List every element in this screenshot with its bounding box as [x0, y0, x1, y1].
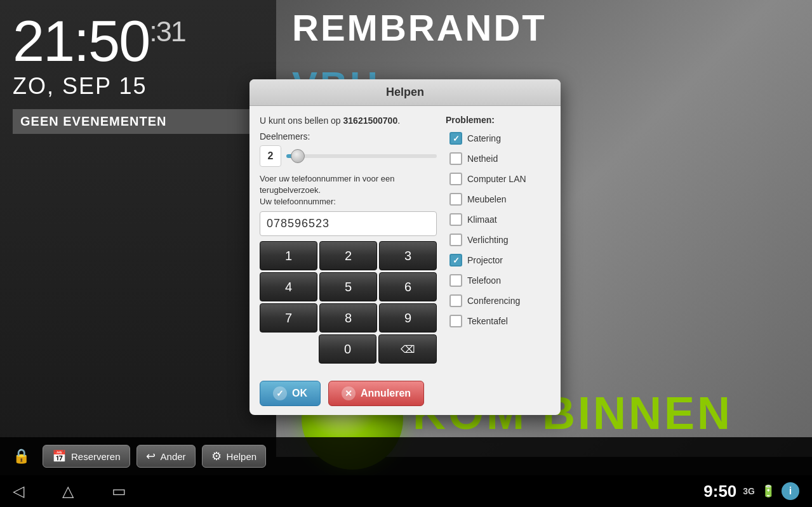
- checkbox-projector[interactable]: [449, 254, 462, 267]
- reserveren-button[interactable]: 📅 Reserveren: [43, 445, 130, 468]
- navigation-bar: ◁ △ ▭ 9:50 3G 🔋 i: [0, 475, 812, 507]
- helpen-button[interactable]: ⚙ Helpen: [202, 445, 267, 468]
- numpad-key-0[interactable]: 0: [319, 334, 377, 364]
- phone-text-suffix: .: [397, 115, 400, 126]
- room-name: REMBRANDT: [292, 6, 547, 49]
- ander-button[interactable]: ↩ Ander: [136, 445, 196, 468]
- checkbox-verlichting[interactable]: [449, 234, 462, 246]
- dialog-body: U kunt ons bellen op 31621500700. Deelne…: [250, 106, 561, 374]
- problem-telefoon-label: Telefoon: [467, 275, 501, 286]
- dialog-footer: ✓ OK ✕ Annuleren: [250, 374, 561, 415]
- problem-tekentafel[interactable]: Tekentafel: [446, 312, 550, 331]
- problem-verlichting[interactable]: Verlichting: [446, 230, 550, 249]
- nav-back-icon[interactable]: ◁: [13, 482, 24, 500]
- numpad-key-3[interactable]: 3: [379, 241, 437, 270]
- phone-label: Uw telefoonnummer:: [260, 197, 336, 206]
- numpad-key-7[interactable]: 7: [260, 303, 317, 333]
- problems-panel: Problemen: Catering Netheid Computer LAN…: [446, 115, 550, 365]
- numpad-row-2: 4 5 6: [260, 272, 437, 301]
- slider-thumb[interactable]: [291, 149, 305, 163]
- numpad-row-1: 1 2 3: [260, 241, 437, 270]
- signal-indicator: 3G: [743, 486, 755, 496]
- numpad-key-empty: [260, 334, 317, 364]
- problems-label: Problemen:: [446, 115, 550, 125]
- numpad-key-9[interactable]: 9: [379, 303, 437, 333]
- problem-telefoon[interactable]: Telefoon: [446, 271, 550, 290]
- problem-klimaat[interactable]: Klimaat: [446, 210, 550, 229]
- checkbox-netheid[interactable]: [449, 152, 462, 165]
- deelnemers-value: 2: [260, 145, 281, 167]
- checkbox-klimaat[interactable]: [449, 213, 462, 226]
- cancel-icon: ✕: [342, 386, 356, 400]
- problem-computer-lan[interactable]: Computer LAN: [446, 169, 550, 188]
- numpad-key-1[interactable]: 1: [260, 241, 317, 270]
- helpen-icon: ⚙: [211, 449, 222, 463]
- battery-indicator: 🔋: [761, 484, 775, 498]
- phone-prompt-line2: terugbelverzoek.: [260, 185, 321, 195]
- problem-netheid[interactable]: Netheid: [446, 149, 550, 168]
- checkbox-catering[interactable]: [449, 132, 462, 145]
- lock-icon: 🔒: [6, 448, 36, 464]
- reserveren-label: Reserveren: [71, 451, 121, 462]
- problem-meubelen-label: Meubelen: [467, 194, 507, 204]
- numpad-key-8[interactable]: 8: [319, 303, 377, 333]
- numpad-key-4[interactable]: 4: [260, 272, 317, 301]
- clock-area: 21:50:31 ZO, SEP 15 GEEN EVENEMENTEN: [0, 0, 276, 147]
- nav-recent-icon[interactable]: ▭: [112, 482, 126, 500]
- reserveren-icon: 📅: [52, 449, 66, 463]
- cancel-label: Annuleren: [361, 388, 411, 399]
- problem-conferencing[interactable]: Conferencing: [446, 291, 550, 310]
- deelnemers-slider-row: 2: [260, 145, 437, 167]
- clock-seconds: :31: [149, 15, 185, 48]
- phone-number: 31621500700: [343, 115, 398, 126]
- dialog-left-panel: U kunt ons bellen op 31621500700. Deelne…: [260, 115, 437, 365]
- problem-meubelen[interactable]: Meubelen: [446, 190, 550, 209]
- nav-home-icon[interactable]: △: [62, 482, 74, 500]
- problem-klimaat-label: Klimaat: [467, 214, 497, 225]
- problem-tekentafel-label: Tekentafel: [467, 316, 508, 326]
- numpad-key-5[interactable]: 5: [319, 272, 377, 301]
- problem-projector-label: Projector: [467, 255, 503, 265]
- numpad-delete-button[interactable]: ⌫: [378, 334, 437, 364]
- checkbox-telefoon[interactable]: [449, 274, 462, 287]
- problem-computer-lan-label: Computer LAN: [467, 174, 526, 184]
- checkbox-tekentafel[interactable]: [449, 315, 462, 327]
- deelnemers-slider[interactable]: [286, 154, 437, 158]
- cancel-button[interactable]: ✕ Annuleren: [328, 381, 424, 406]
- nav-right-area: 9:50 3G 🔋 i: [703, 482, 799, 501]
- problem-catering[interactable]: Catering: [446, 129, 550, 148]
- info-button[interactable]: i: [782, 482, 799, 500]
- ok-icon: ✓: [273, 386, 287, 400]
- problem-verlichting-label: Verlichting: [467, 235, 509, 245]
- numpad: 1 2 3 4 5 6 7 8 9 0 ⌫: [260, 241, 437, 364]
- phone-info: U kunt ons bellen op 31621500700.: [260, 115, 437, 128]
- ok-label: OK: [292, 388, 307, 399]
- numpad-row-3: 7 8 9: [260, 303, 437, 333]
- checkbox-computer-lan[interactable]: [449, 173, 462, 185]
- clock-time: 21:50:31: [13, 13, 263, 70]
- phone-input-display[interactable]: 078596523: [260, 211, 437, 236]
- problem-conferencing-label: Conferencing: [467, 296, 520, 306]
- numpad-row-4: 0 ⌫: [260, 334, 437, 364]
- helpen-label: Helpen: [227, 451, 257, 462]
- problem-projector[interactable]: Projector: [446, 251, 550, 270]
- phone-prompt: Voer uw telefoonnummer in voor een terug…: [260, 173, 437, 208]
- nav-icons: ◁ △ ▭: [13, 482, 126, 500]
- help-dialog: Helpen U kunt ons bellen op 31621500700.…: [250, 79, 561, 415]
- deelnemers-label: Deelnemers:: [260, 131, 437, 142]
- numpad-key-2[interactable]: 2: [319, 241, 377, 270]
- ander-icon: ↩: [146, 449, 156, 463]
- nav-time: 9:50: [703, 482, 736, 501]
- checkbox-conferencing[interactable]: [449, 294, 462, 307]
- ander-label: Ander: [161, 451, 186, 462]
- problem-netheid-label: Netheid: [467, 154, 498, 164]
- checkbox-meubelen[interactable]: [449, 193, 462, 206]
- numpad-key-6[interactable]: 6: [379, 272, 437, 301]
- phone-prompt-line1: Voer uw telefoonnummer in voor een: [260, 174, 394, 183]
- ok-button[interactable]: ✓ OK: [260, 381, 321, 406]
- clock-date: ZO, SEP 15: [13, 73, 263, 100]
- bottom-bar: 🔒 📅 Reserveren ↩ Ander ⚙ Helpen: [0, 437, 812, 475]
- no-events-label: GEEN EVENEMENTEN: [13, 109, 263, 134]
- phone-text-prefix: U kunt ons bellen op: [260, 115, 343, 126]
- dialog-title: Helpen: [250, 79, 561, 106]
